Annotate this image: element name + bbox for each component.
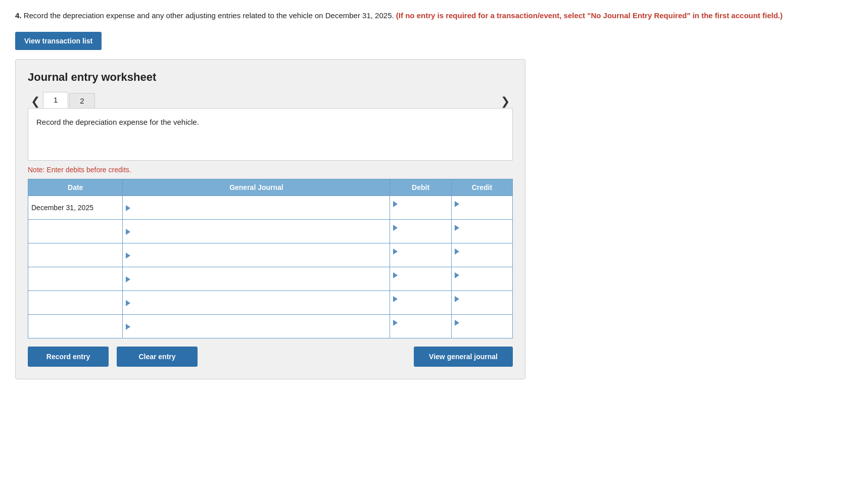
view-general-journal-button[interactable]: View general journal [414, 347, 513, 367]
prev-tab-arrow[interactable]: ❮ [28, 95, 43, 108]
credit-arrow-icon [455, 320, 459, 326]
debit-input-4[interactable] [393, 303, 442, 311]
journal-cell-2[interactable] [123, 243, 390, 267]
journal-table: Date General Journal Debit Credit Decemb… [28, 179, 513, 338]
date-cell-2 [28, 243, 123, 267]
table-row [28, 219, 513, 243]
debit-input-5[interactable] [393, 326, 442, 334]
debit-input-0[interactable] [393, 208, 442, 216]
question-bold-red: (If no entry is required for a transacti… [396, 11, 783, 20]
credit-input-4[interactable] [455, 303, 504, 311]
debit-input-3[interactable] [393, 279, 442, 287]
date-cell-0: December 31, 2025 [28, 195, 123, 219]
credit-cell-5[interactable] [451, 314, 512, 338]
debit-cell-0[interactable] [390, 195, 451, 219]
journal-cell-3[interactable] [123, 267, 390, 290]
header-debit: Debit [390, 179, 451, 195]
journal-input-1[interactable] [132, 227, 367, 235]
credit-arrow-icon [455, 225, 459, 231]
credit-input-1[interactable] [455, 231, 504, 239]
credit-cell-3[interactable] [451, 267, 512, 290]
journal-input-5[interactable] [132, 322, 367, 330]
date-cell-3 [28, 267, 123, 290]
question-header: 4. Record the depreciation expense and a… [15, 10, 853, 22]
credit-input-2[interactable] [455, 255, 504, 263]
question-text: Record the depreciation expense and any … [24, 11, 396, 20]
debit-arrow-icon [393, 296, 398, 302]
debit-cell-1[interactable] [390, 219, 451, 243]
journal-cell-4[interactable] [123, 290, 390, 314]
debit-arrow-icon [393, 320, 398, 326]
debit-arrow-icon [393, 225, 398, 231]
note-text: Note: Enter debits before credits. [28, 166, 513, 174]
journal-arrow-icon [126, 276, 130, 282]
table-row [28, 290, 513, 314]
credit-cell-0[interactable] [451, 195, 512, 219]
journal-input-0[interactable] [132, 204, 367, 212]
credit-input-0[interactable] [455, 208, 504, 216]
debit-arrow-icon [393, 249, 398, 255]
credit-arrow-icon [455, 249, 459, 255]
debit-cell-2[interactable] [390, 243, 451, 267]
date-cell-1 [28, 219, 123, 243]
journal-input-2[interactable] [132, 251, 367, 259]
date-cell-5 [28, 314, 123, 338]
table-row [28, 314, 513, 338]
credit-cell-1[interactable] [451, 219, 512, 243]
credit-arrow-icon [455, 296, 459, 302]
journal-arrow-icon [126, 205, 130, 211]
journal-cell-5[interactable] [123, 314, 390, 338]
tab-2[interactable]: 2 [69, 93, 94, 108]
date-cell-4 [28, 290, 123, 314]
journal-input-3[interactable] [132, 275, 367, 283]
tabs-row: ❮ 1 2 ❯ [28, 92, 513, 108]
journal-arrow-icon [126, 253, 130, 259]
debit-arrow-icon [393, 201, 398, 207]
table-row [28, 243, 513, 267]
credit-arrow-icon [455, 272, 459, 278]
credit-input-5[interactable] [455, 326, 504, 334]
debit-cell-3[interactable] [390, 267, 451, 290]
credit-cell-4[interactable] [451, 290, 512, 314]
journal-arrow-icon [126, 229, 130, 235]
view-transaction-button[interactable]: View transaction list [15, 32, 102, 50]
debit-input-1[interactable] [393, 231, 442, 239]
clear-entry-button[interactable]: Clear entry [117, 347, 198, 367]
worksheet-container: Journal entry worksheet ❮ 1 2 ❯ Record t… [15, 59, 525, 379]
bottom-buttons: Record entry Clear entry View general jo… [28, 347, 513, 367]
tab-content: Record the depreciation expense for the … [28, 108, 513, 161]
debit-cell-4[interactable] [390, 290, 451, 314]
header-general-journal: General Journal [123, 179, 390, 195]
table-row [28, 267, 513, 290]
journal-cell-1[interactable] [123, 219, 390, 243]
debit-arrow-icon [393, 272, 398, 278]
question-number: 4. [15, 11, 22, 20]
journal-input-4[interactable] [132, 299, 367, 307]
journal-arrow-icon [126, 300, 130, 306]
header-credit: Credit [451, 179, 512, 195]
journal-cell-0[interactable] [123, 195, 390, 219]
next-tab-arrow[interactable]: ❯ [498, 95, 513, 108]
record-entry-button[interactable]: Record entry [28, 347, 109, 367]
tab-1[interactable]: 1 [43, 92, 68, 108]
tab-instruction: Record the depreciation expense for the … [36, 118, 504, 148]
journal-arrow-icon [126, 324, 130, 330]
worksheet-title: Journal entry worksheet [28, 71, 513, 84]
credit-input-3[interactable] [455, 279, 504, 287]
debit-cell-5[interactable] [390, 314, 451, 338]
header-date: Date [28, 179, 123, 195]
table-row: December 31, 2025 [28, 195, 513, 219]
credit-cell-2[interactable] [451, 243, 512, 267]
debit-input-2[interactable] [393, 255, 442, 263]
credit-arrow-icon [455, 201, 459, 207]
